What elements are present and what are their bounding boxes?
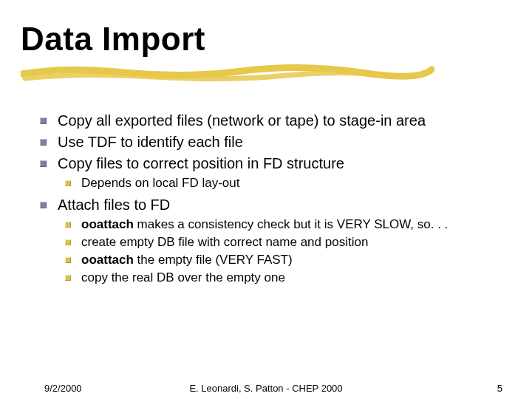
bullet-item: Copy files to correct position in FD str… — [40, 154, 498, 192]
footer-page: 5 — [497, 383, 502, 394]
keyword: ooattach — [81, 253, 134, 267]
slide-title: Data Import — [21, 22, 508, 56]
keyword: ooattach — [81, 217, 134, 231]
bullet-text: Copy files to correct position in FD str… — [58, 155, 344, 171]
title-underline — [21, 64, 508, 84]
bullet-text: Copy all exported files (network or tape… — [58, 112, 426, 129]
sub-bullet-item: ooattach the empty file (VERY FAST) — [65, 252, 498, 269]
sub-bullet-text: Depends on local FD lay-out — [81, 176, 240, 190]
bullet-text: Use TDF to identify each file — [58, 134, 243, 150]
slide: Data Import Copy all exported files (net… — [0, 0, 532, 399]
bullet-text: Attach files to FD — [58, 197, 170, 213]
bullet-item: Use TDF to identify each file — [40, 132, 498, 152]
bullet-item: Copy all exported files (network or tape… — [40, 111, 498, 131]
sub-bullet-text: copy the real DB over the empty one — [81, 270, 285, 284]
sub-bullet-list: Depends on local FD lay-out — [58, 175, 498, 192]
sub-bullet-item: ooattach makes a consistency check but i… — [65, 216, 498, 233]
sub-bullet-item: create empty DB file with correct name a… — [65, 234, 498, 251]
sub-bullet-list: ooattach makes a consistency check but i… — [58, 216, 498, 287]
slide-body: Copy all exported files (network or tape… — [40, 111, 498, 290]
footer-center: E. Leonardi, S. Patton - CHEP 2000 — [0, 383, 532, 394]
title-block: Data Import — [21, 22, 508, 84]
sub-bullet-item: copy the real DB over the empty one — [65, 270, 498, 287]
sub-bullet-item: Depends on local FD lay-out — [65, 175, 498, 192]
sub-bullet-text: the empty file (VERY FAST) — [134, 253, 293, 267]
bullet-item: Attach files to FD ooattach makes a cons… — [40, 195, 498, 287]
sub-bullet-text: makes a consistency check but it is VERY… — [134, 217, 449, 231]
sub-bullet-text: create empty DB file with correct name a… — [81, 235, 368, 249]
bullet-list: Copy all exported files (network or tape… — [40, 111, 498, 287]
